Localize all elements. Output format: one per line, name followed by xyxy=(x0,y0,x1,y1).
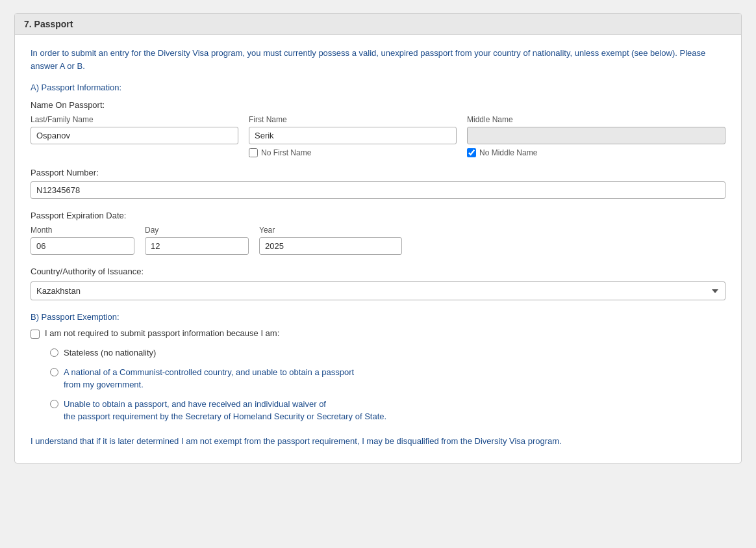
no-middle-name-row: No Middle Name xyxy=(467,148,725,157)
day-col: Day xyxy=(145,226,249,255)
section-b-label: B) Passport Exemption: xyxy=(31,312,725,322)
name-on-passport-label: Name On Passport: xyxy=(31,100,725,110)
last-name-label: Last/Family Name xyxy=(31,115,238,124)
date-row: Month Day Year xyxy=(31,226,725,255)
no-first-name-checkbox[interactable] xyxy=(249,148,258,157)
no-middle-name-checkbox[interactable] xyxy=(467,148,476,157)
year-label: Year xyxy=(259,226,402,235)
radio-waiver-text: Unable to obtain a passport, and have re… xyxy=(64,398,386,423)
passport-number-input[interactable] xyxy=(31,181,725,199)
expiry-label: Passport Expiration Date: xyxy=(31,211,725,220)
exemption-check-row: I am not required to submit passport inf… xyxy=(31,328,725,339)
first-name-input[interactable] xyxy=(249,127,457,144)
day-label: Day xyxy=(145,226,249,235)
card-body: In order to submit an entry for the Dive… xyxy=(15,35,741,463)
name-row: Last/Family Name First Name No First Nam… xyxy=(31,115,725,157)
exemption-check-label: I am not required to submit passport inf… xyxy=(45,328,279,338)
section-a-label: A) Passport Information: xyxy=(31,83,725,92)
radio-communist[interactable] xyxy=(50,368,58,376)
no-first-name-row: No First Name xyxy=(249,148,457,157)
month-col: Month xyxy=(31,226,134,255)
radio-communist-text: A national of a Communist-controlled cou… xyxy=(64,366,354,391)
country-select[interactable]: Kazakhstan United States Russia Other xyxy=(31,281,725,300)
expiry-section: Passport Expiration Date: Month Day Year xyxy=(31,211,725,255)
first-name-label: First Name xyxy=(249,115,457,124)
radio-item-communist: A national of a Communist-controlled cou… xyxy=(50,366,725,391)
radio-item-stateless: Stateless (no nationality) xyxy=(50,346,725,359)
country-label: Country/Authority of Issuance: xyxy=(31,267,725,276)
last-name-col: Last/Family Name xyxy=(31,115,238,157)
middle-name-input[interactable] xyxy=(467,127,725,144)
exemption-checkbox[interactable] xyxy=(31,330,40,339)
month-label: Month xyxy=(31,226,134,235)
no-middle-name-label: No Middle Name xyxy=(479,148,537,157)
middle-name-label: Middle Name xyxy=(467,115,725,124)
section-header: 7. Passport xyxy=(15,14,741,35)
header-title: 7. Passport xyxy=(24,19,73,29)
first-name-col: First Name No First Name xyxy=(249,115,457,157)
radio-stateless-text: Stateless (no nationality) xyxy=(64,346,156,359)
passport-section: 7. Passport In order to submit an entry … xyxy=(14,13,742,463)
country-section: Country/Authority of Issuance: Kazakhsta… xyxy=(31,267,725,300)
month-input[interactable] xyxy=(31,237,134,255)
intro-text: In order to submit an entry for the Dive… xyxy=(31,47,725,72)
day-input[interactable] xyxy=(145,237,249,255)
middle-name-col: Middle Name No Middle Name xyxy=(467,115,725,157)
radio-group: Stateless (no nationality) A national of… xyxy=(50,346,725,423)
radio-item-waiver: Unable to obtain a passport, and have re… xyxy=(50,398,725,423)
year-input[interactable] xyxy=(259,237,402,255)
no-first-name-label: No First Name xyxy=(261,148,311,157)
last-name-input[interactable] xyxy=(31,127,238,144)
passport-number-label: Passport Number: xyxy=(31,168,725,177)
exemption-section: B) Passport Exemption: I am not required… xyxy=(31,312,725,423)
passport-number-section: Passport Number: xyxy=(31,168,725,199)
radio-waiver[interactable] xyxy=(50,400,58,408)
radio-stateless[interactable] xyxy=(50,348,58,357)
year-col: Year xyxy=(259,226,402,255)
footer-note: I understand that if it is later determi… xyxy=(31,435,725,448)
